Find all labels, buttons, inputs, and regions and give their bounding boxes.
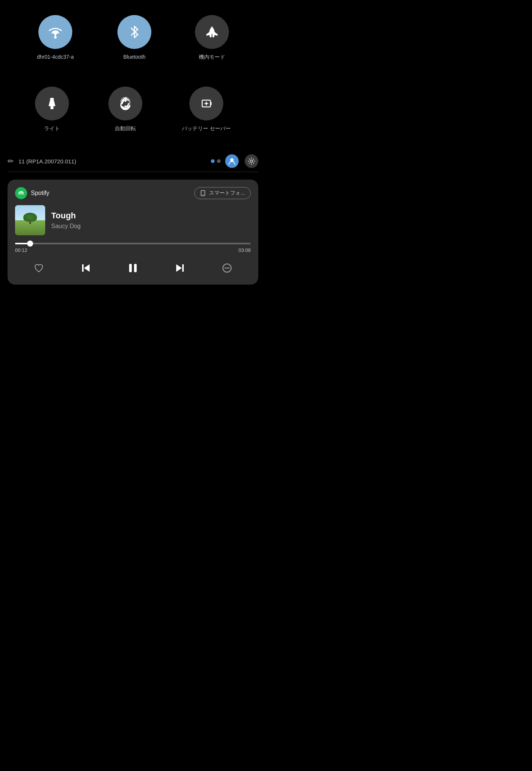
svg-marker-17 xyxy=(176,264,182,272)
user-icon[interactable] xyxy=(225,154,239,168)
progress-fill xyxy=(15,243,30,244)
media-track-info: Tough Saucy Dog xyxy=(15,205,251,235)
track-artist: Saucy Dog xyxy=(51,223,251,230)
bluetooth-tile-icon xyxy=(117,15,151,49)
tiles-row-1: dhr01-4cdc37-a Bluetooth 機内モード xyxy=(15,15,251,60)
svg-point-0 xyxy=(54,36,57,39)
previous-button[interactable] xyxy=(77,259,95,277)
track-title: Tough xyxy=(51,211,251,221)
bluetooth-tile-label: Bluetooth xyxy=(123,53,145,60)
wifi-tile-icon xyxy=(38,15,72,49)
quick-settings-panel: dhr01-4cdc37-a Bluetooth 機内モード xyxy=(0,0,266,151)
edit-icon[interactable]: ✏ xyxy=(8,157,14,166)
bluetooth-tile[interactable]: Bluetooth xyxy=(117,15,151,60)
flashlight-tile-icon xyxy=(35,87,69,120)
svg-point-10 xyxy=(250,160,253,162)
svg-rect-2 xyxy=(50,106,53,109)
device-label: スマートフォ... xyxy=(209,190,245,197)
svg-rect-14 xyxy=(82,264,84,272)
battery-saver-tile[interactable]: バッテリー セーバー xyxy=(182,87,231,132)
svg-rect-15 xyxy=(129,264,132,272)
track-details: Tough Saucy Dog xyxy=(51,211,251,230)
wifi-tile[interactable]: dhr01-4cdc37-a xyxy=(37,15,74,60)
svg-rect-18 xyxy=(182,264,184,272)
page-dots xyxy=(211,159,221,163)
dot-inactive xyxy=(217,159,221,163)
progress-bar-background[interactable] xyxy=(15,243,251,244)
status-bar: ✏ 11 (RP1A.200720.011) xyxy=(0,151,266,172)
spotify-icon xyxy=(15,187,27,199)
album-art-visual xyxy=(15,205,45,235)
current-time: 00:12 xyxy=(15,247,27,253)
autorotate-tile[interactable]: 自動回転 xyxy=(108,87,142,132)
svg-marker-13 xyxy=(84,264,90,272)
battery-saver-tile-icon xyxy=(189,87,223,120)
next-button[interactable] xyxy=(171,259,189,277)
status-icons-group xyxy=(225,154,258,168)
tiles-row-2: ライト 自動回転 xyxy=(15,87,251,132)
progress-thumb xyxy=(27,241,33,247)
airplane-tile-label: 機内モード xyxy=(199,53,225,60)
row-spacer xyxy=(15,72,251,87)
flashlight-tile[interactable]: ライト xyxy=(35,87,69,132)
svg-rect-6 xyxy=(210,102,212,105)
spotify-label: Spotify xyxy=(31,190,49,197)
wifi-tile-label: dhr01-4cdc37-a xyxy=(37,53,74,60)
album-art xyxy=(15,205,45,235)
flashlight-tile-label: ライト xyxy=(44,125,60,132)
autorotate-tile-icon xyxy=(108,87,142,120)
media-player-card: Spotify スマートフォ... Tough xyxy=(8,180,258,285)
spotify-logo-area: Spotify xyxy=(15,187,49,199)
remove-button[interactable] xyxy=(218,259,236,277)
airplane-tile-icon xyxy=(195,15,229,49)
build-info-text: 11 (RP1A.200720.011) xyxy=(18,158,206,165)
svg-rect-16 xyxy=(134,264,137,272)
airplane-tile[interactable]: 機内モード xyxy=(195,15,229,60)
playback-controls xyxy=(15,259,251,277)
settings-icon[interactable] xyxy=(245,154,258,168)
svg-rect-1 xyxy=(50,98,54,100)
battery-saver-tile-label: バッテリー セーバー xyxy=(182,125,231,132)
progress-container[interactable] xyxy=(15,243,251,244)
pause-button[interactable] xyxy=(124,259,142,277)
device-pill[interactable]: スマートフォ... xyxy=(194,187,251,199)
like-button[interactable] xyxy=(30,259,48,277)
svg-point-12 xyxy=(203,194,203,195)
total-time: 03:08 xyxy=(238,247,251,253)
time-row: 00:12 03:08 xyxy=(15,247,251,253)
separator-line xyxy=(8,172,258,172)
dot-active xyxy=(211,159,215,163)
media-header: Spotify スマートフォ... xyxy=(15,187,251,199)
autorotate-tile-label: 自動回転 xyxy=(115,125,136,132)
